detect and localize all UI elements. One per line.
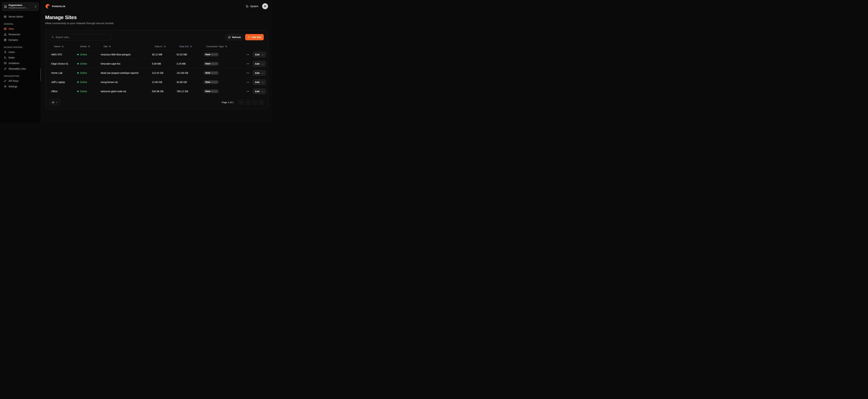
row-menu-button[interactable]: ••• bbox=[246, 71, 250, 75]
column-header-data-in[interactable]: Data In bbox=[150, 43, 175, 50]
sidebar-item-label: Domains bbox=[8, 38, 18, 41]
cell-data-out: 34.80 GB bbox=[175, 81, 202, 84]
search-icon bbox=[51, 36, 54, 38]
organization-selector[interactable]: Organization milo@fossorial.io's ... bbox=[2, 2, 39, 11]
column-header-site[interactable]: Site bbox=[99, 43, 150, 50]
connection-badge: Newt v1.3.2 bbox=[204, 71, 219, 75]
cell-name: Office bbox=[50, 90, 75, 93]
organization-icon bbox=[4, 5, 7, 8]
sidebar-item-settings[interactable]: Settings bbox=[2, 84, 39, 89]
cell-status: Online bbox=[75, 71, 99, 74]
cell-data-in: 12.65 GB bbox=[150, 81, 175, 84]
row-menu-button[interactable]: ••• bbox=[246, 89, 250, 93]
top-right: System M bbox=[246, 3, 268, 9]
refresh-button[interactable]: Refresh bbox=[225, 34, 243, 40]
edit-button[interactable]: Edit → bbox=[253, 89, 266, 94]
roles-icon bbox=[4, 56, 7, 59]
cell-data-out: 52.02 MB bbox=[175, 53, 202, 56]
column-header-data-out[interactable]: Data Out bbox=[175, 43, 202, 50]
cell-site: fortunate-cape-fox bbox=[99, 62, 150, 65]
sidebar-item-sites[interactable]: Sites bbox=[2, 26, 39, 32]
toolbar-actions: Refresh Add Site bbox=[225, 34, 264, 40]
sidebar-item-domains[interactable]: Domains bbox=[2, 37, 39, 43]
cell-site: dead-san-joaquin-antelope-squirrel bbox=[99, 71, 150, 74]
cell-data-out: 780.12 GB bbox=[175, 90, 202, 93]
refresh-label: Refresh bbox=[232, 36, 241, 38]
card-toolbar: Refresh Add Site bbox=[50, 34, 264, 40]
search-input[interactable] bbox=[50, 34, 111, 40]
table-row: Jeff's Laptop Online smug-brown-rat 12.6… bbox=[50, 78, 264, 87]
row-menu-button[interactable]: ••• bbox=[246, 53, 250, 57]
sidebar-item-label: Sites bbox=[8, 27, 14, 30]
row-menu-button[interactable]: ••• bbox=[246, 80, 250, 84]
cell-site: vivacious-little-blue-penguin bbox=[99, 53, 150, 56]
connection-badge: Newt v1.3.2 bbox=[204, 62, 219, 66]
footer-right: Page 1 of 1 « ‹ › » bbox=[222, 100, 264, 105]
plus-icon bbox=[248, 36, 250, 38]
next-page-button[interactable]: › bbox=[252, 100, 257, 105]
table-row: Edge Device 01 Online fortunate-cape-fox… bbox=[50, 59, 264, 68]
row-menu-button[interactable]: ••• bbox=[246, 62, 250, 66]
page-size-value: 20 bbox=[52, 101, 54, 104]
cell-actions: ••• Edit → bbox=[244, 89, 266, 94]
add-site-label: Add Site bbox=[252, 36, 261, 38]
column-header-name[interactable]: Name bbox=[50, 43, 75, 50]
arrow-right-icon: → bbox=[261, 90, 264, 93]
edit-button[interactable]: Edit → bbox=[253, 52, 266, 57]
sidebar-item-resources[interactable]: Resources bbox=[2, 32, 39, 37]
sidebar-item-label: Shareable Links bbox=[8, 67, 26, 70]
sidebar-item-users[interactable]: Users bbox=[2, 49, 39, 55]
cell-data-in: 112.42 GB bbox=[150, 71, 175, 74]
add-site-button[interactable]: Add Site bbox=[245, 34, 264, 40]
cell-name: Jeff's Laptop bbox=[50, 81, 75, 84]
sidebar-item-invitations[interactable]: Invitations bbox=[2, 60, 39, 66]
refresh-icon bbox=[228, 36, 231, 38]
moon-icon bbox=[246, 5, 249, 8]
theme-toggle[interactable]: System bbox=[246, 5, 258, 8]
first-page-button[interactable]: « bbox=[239, 100, 244, 105]
last-page-button[interactable]: » bbox=[259, 100, 264, 105]
column-header-connection-type[interactable]: Connection Type bbox=[202, 43, 244, 50]
section-label-organization: ORGANIZATION bbox=[4, 75, 37, 77]
column-header-online[interactable]: Online bbox=[75, 43, 99, 50]
edit-button[interactable]: Edit → bbox=[253, 70, 266, 76]
cell-name: AWS VPC bbox=[50, 53, 75, 56]
sidebar-item-server-admin[interactable]: Server Admin bbox=[2, 14, 39, 20]
page-head: Manage Sites Allow connectivity to your … bbox=[45, 14, 268, 25]
page-subtitle: Allow connectivity to your network throu… bbox=[45, 22, 268, 25]
connection-badge: Newt v1.3.2 bbox=[204, 53, 219, 56]
avatar[interactable]: M bbox=[262, 3, 268, 9]
sidebar-item-roles[interactable]: Roles bbox=[2, 55, 39, 60]
table-header: Name Online Site bbox=[50, 43, 264, 50]
cell-connection-type: Newt v1.3.2 bbox=[202, 89, 244, 93]
pangolin-logo bbox=[45, 4, 50, 9]
sidebar-item-shareable-links[interactable]: Shareable Links bbox=[2, 66, 39, 71]
cell-actions: ••• Edit → bbox=[244, 52, 266, 57]
card-footer: 20 Page 1 of 1 « ‹ › » bbox=[50, 99, 264, 105]
sidebar-item-label: Users bbox=[8, 51, 15, 54]
cell-status: Online bbox=[75, 81, 99, 84]
sites-table: Name Online Site bbox=[50, 43, 264, 96]
column-header-actions bbox=[244, 45, 264, 49]
organization-title: Organization bbox=[8, 4, 33, 7]
sort-icon bbox=[109, 45, 111, 48]
page-status: Page 1 of 1 bbox=[222, 101, 234, 104]
edit-button[interactable]: Edit → bbox=[253, 61, 266, 66]
invitations-icon bbox=[4, 62, 7, 65]
connection-badge: Newt v1.3.2 bbox=[204, 89, 219, 93]
sidebar-scrollbar[interactable] bbox=[40, 69, 41, 81]
sidebar-item-api-keys[interactable]: API Keys bbox=[2, 78, 39, 84]
prev-page-button[interactable]: ‹ bbox=[245, 100, 250, 105]
arrow-right-icon: → bbox=[261, 71, 264, 74]
cell-data-in: 534.98 GB bbox=[150, 90, 175, 93]
edit-button[interactable]: Edit → bbox=[253, 79, 266, 85]
organization-subtitle: milo@fossorial.io's ... bbox=[8, 7, 33, 9]
page-size-select[interactable]: 20 bbox=[50, 99, 60, 105]
cell-data-in: 5.00 MB bbox=[150, 62, 175, 65]
page-title: Manage Sites bbox=[45, 14, 268, 20]
cell-actions: ••• Edit → bbox=[244, 70, 266, 76]
cell-name: Home Lab bbox=[50, 71, 75, 74]
cell-actions: ••• Edit → bbox=[244, 61, 266, 66]
arrow-right-icon: → bbox=[261, 81, 264, 84]
domains-icon bbox=[4, 38, 7, 41]
